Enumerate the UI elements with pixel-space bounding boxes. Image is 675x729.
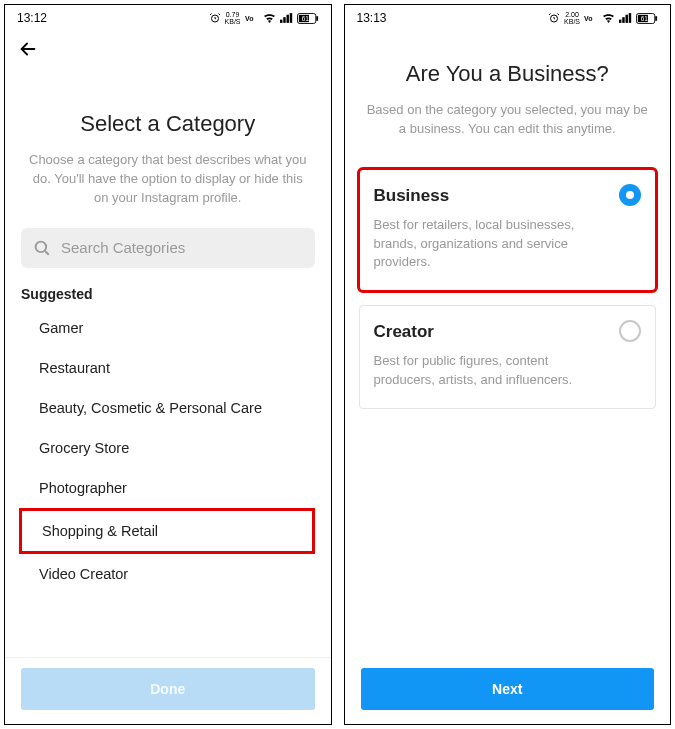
category-item[interactable]: Gamer (21, 308, 315, 348)
volte-icon: Vo (245, 13, 259, 23)
category-item[interactable]: Shopping & Retail (19, 508, 315, 554)
category-list: Gamer Restaurant Beauty, Cosmetic & Pers… (21, 308, 315, 594)
network-speed: 2.00 KB/S (564, 11, 580, 25)
alarm-icon (548, 12, 560, 24)
svg-rect-13 (619, 20, 621, 23)
svg-point-10 (36, 241, 47, 252)
wifi-icon (263, 13, 276, 23)
svg-rect-4 (286, 15, 288, 23)
option-desc: Best for public figures, content produce… (374, 352, 642, 390)
svg-rect-2 (280, 20, 282, 23)
back-icon[interactable] (17, 38, 39, 64)
radio-selected-icon[interactable] (619, 184, 641, 206)
network-speed: 0.79 KB/S (225, 11, 241, 25)
status-time: 13:13 (357, 11, 387, 25)
status-time: 13:12 (17, 11, 47, 25)
screen-are-you-business: 13:13 2.00 KB/S Vo 61 Are You a Business… (344, 4, 672, 725)
wifi-icon (602, 13, 615, 23)
svg-text:61: 61 (641, 15, 649, 22)
search-icon (33, 239, 51, 257)
signal-icon (619, 13, 632, 23)
page-subtitle: Based on the category you selected, you … (359, 101, 657, 139)
battery-icon: 61 (297, 13, 319, 24)
svg-rect-18 (655, 16, 657, 21)
svg-rect-16 (629, 13, 631, 23)
option-title: Business (374, 186, 642, 206)
svg-rect-7 (316, 16, 318, 21)
category-item[interactable]: Photographer (21, 468, 315, 508)
svg-text:Vo: Vo (584, 15, 592, 22)
volte-icon: Vo (584, 13, 598, 23)
content-area: Are You a Business? Based on the categor… (345, 31, 671, 423)
status-bar: 13:12 0.79 KB/S Vo 61 (5, 5, 331, 31)
option-business[interactable]: Business Best for retailers, local busin… (359, 169, 657, 292)
svg-text:61: 61 (301, 15, 309, 22)
status-bar: 13:13 2.00 KB/S Vo 61 (345, 5, 671, 31)
status-indicators: 0.79 KB/S Vo 61 (209, 11, 319, 25)
svg-rect-5 (289, 13, 291, 23)
bottom-bar: Next (345, 658, 671, 724)
search-input[interactable]: Search Categories (21, 228, 315, 268)
nav-bar (5, 31, 331, 71)
category-item[interactable]: Video Creator (21, 554, 315, 594)
alarm-icon (209, 12, 221, 24)
svg-text:Vo: Vo (245, 15, 253, 22)
done-button[interactable]: Done (21, 668, 315, 710)
option-title: Creator (374, 322, 642, 342)
bottom-bar: Done (5, 657, 331, 724)
svg-rect-3 (283, 17, 285, 23)
page-title: Are You a Business? (359, 61, 657, 87)
option-desc: Best for retailers, local businesses, br… (374, 216, 642, 273)
option-creator[interactable]: Creator Best for public figures, content… (359, 305, 657, 409)
battery-icon: 61 (636, 13, 658, 24)
search-placeholder: Search Categories (61, 239, 185, 256)
svg-rect-14 (622, 17, 624, 23)
category-item[interactable]: Beauty, Cosmetic & Personal Care (21, 388, 315, 428)
svg-rect-15 (626, 15, 628, 23)
next-button[interactable]: Next (361, 668, 655, 710)
category-item[interactable]: Grocery Store (21, 428, 315, 468)
category-item[interactable]: Restaurant (21, 348, 315, 388)
screen-select-category: 13:12 0.79 KB/S Vo 61 Select a Category … (4, 4, 332, 725)
page-subtitle: Choose a category that best describes wh… (21, 151, 315, 208)
suggested-label: Suggested (21, 286, 315, 302)
page-title: Select a Category (21, 111, 315, 137)
status-indicators: 2.00 KB/S Vo 61 (548, 11, 658, 25)
signal-icon (280, 13, 293, 23)
content-area: Select a Category Choose a category that… (5, 71, 331, 657)
